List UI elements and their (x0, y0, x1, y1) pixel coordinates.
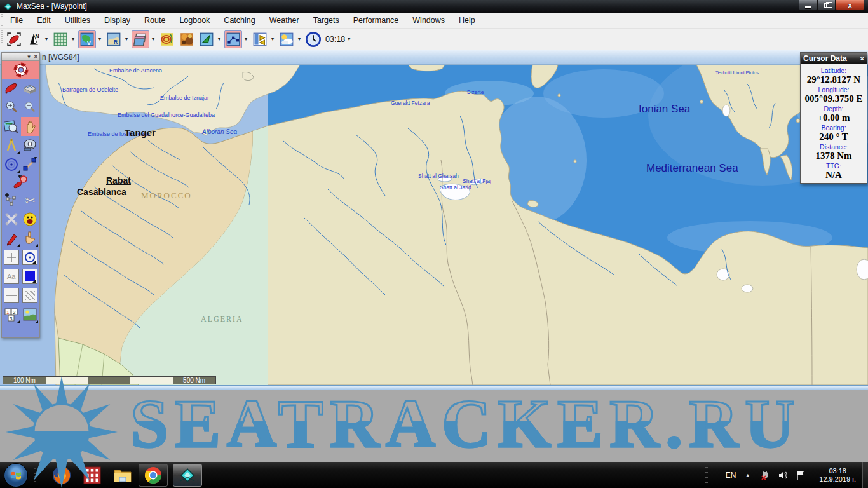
menu-logbook[interactable]: Logbook (172, 13, 217, 27)
raster-chart-button[interactable]: R (105, 30, 123, 48)
bearing-value: 240 ° T (802, 132, 865, 142)
tool-finger-select[interactable] (21, 229, 40, 248)
contour-chart-button[interactable] (158, 30, 176, 48)
transfer-list-dropdown[interactable]: ▾ (269, 36, 276, 42)
satellite-photo-button[interactable] (178, 30, 196, 48)
map-window-titlebar[interactable]: n [WGS84] (0, 50, 868, 65)
restore-icon (824, 3, 829, 8)
menu-catching[interactable]: Catching (217, 13, 262, 27)
tool-color-swatch[interactable] (21, 267, 40, 286)
longitude-value: 005°09.3750 E (802, 93, 865, 104)
tool-pencil[interactable] (2, 229, 21, 248)
tool-zoom-in[interactable] (2, 98, 21, 117)
palette-close-icon[interactable]: × (34, 53, 37, 60)
window-title: MaxSea - [Waypoint] (17, 2, 87, 11)
tool-numbers[interactable]: 1 2 3 (2, 305, 21, 324)
tool-add-waypoint[interactable] (2, 174, 39, 191)
palette-menu-arrow[interactable]: ▾ (27, 53, 31, 60)
menu-route[interactable]: Route (137, 13, 172, 27)
taskbar-chrome[interactable] (139, 464, 168, 487)
palette-titlebar[interactable]: ▾ × (2, 53, 39, 61)
route-points-icon (22, 157, 37, 172)
tool-marker[interactable] (2, 79, 21, 98)
maxsea-app-icon (3, 2, 13, 11)
menu-display[interactable]: Display (97, 13, 137, 27)
tool-crosshair[interactable] (2, 248, 21, 267)
restore-button[interactable] (817, 0, 836, 11)
tool-bullseye[interactable] (2, 155, 21, 174)
clock-button[interactable] (304, 30, 322, 48)
action-center-flag-icon[interactable] (795, 470, 806, 481)
tool-circle-mark[interactable] (21, 248, 40, 267)
close-button[interactable]: x (836, 0, 864, 11)
menu-edit[interactable]: Edit (30, 13, 58, 27)
show-desktop-button[interactable] (862, 462, 868, 488)
vector-chart-dropdown[interactable]: ▾ (97, 36, 103, 42)
tool-zoom-out[interactable] (21, 98, 40, 117)
tool-smiley[interactable] (21, 210, 40, 229)
taskbar-maxsea[interactable] (173, 464, 202, 487)
route-tool-button[interactable] (224, 30, 242, 48)
minimize-button[interactable] (799, 0, 817, 11)
tool-options-arrow (35, 244, 38, 247)
tool-dividers[interactable] (2, 136, 21, 155)
cursor-data-close-icon[interactable]: × (860, 55, 864, 62)
vector-chart-button[interactable]: V (78, 30, 96, 48)
chart-stack-dropdown[interactable]: ▾ (150, 36, 156, 42)
contour-chart-icon (160, 32, 174, 46)
tool-pan-hand[interactable] (21, 117, 40, 136)
window-titlebar[interactable]: MaxSea - [Waypoint] x (0, 0, 868, 13)
weather-icon (280, 32, 294, 46)
toolbar-grip[interactable] (1, 30, 3, 47)
menu-help[interactable]: Help (452, 13, 482, 27)
raster-chart-dropdown[interactable]: ▾ (123, 36, 130, 42)
grid-dropdown[interactable]: ▾ (70, 36, 76, 42)
boat-vector-button[interactable] (198, 30, 215, 48)
life-ring-icon (13, 62, 29, 78)
tool-chart-table[interactable] (21, 79, 40, 98)
tool-tape-measure[interactable] (21, 136, 40, 155)
north-orientation-button[interactable]: N (25, 30, 43, 48)
transfer-list-button[interactable] (251, 30, 269, 48)
tool-man-overboard[interactable] (2, 61, 39, 79)
volume-icon[interactable] (777, 470, 789, 481)
chart-map[interactable]: Embalse de Aracena Barragem de Odeleite … (0, 65, 868, 385)
add-waypoint-icon (13, 175, 29, 190)
menu-file[interactable]: File (3, 13, 30, 27)
power-plug-icon[interactable] (759, 470, 771, 481)
satellite-photo-icon (180, 32, 194, 46)
boat-vector-dropdown[interactable]: ▾ (216, 36, 222, 42)
grid-button[interactable] (51, 30, 69, 48)
tool-line[interactable] (2, 286, 21, 305)
tool-hatch[interactable] (21, 286, 40, 305)
tray-clock[interactable]: 03:18 12.9.2019 г. (819, 467, 856, 484)
time-dropdown[interactable]: ▾ (346, 36, 352, 42)
route-tool-dropdown[interactable]: ▾ (243, 36, 249, 42)
tool-route-points[interactable] (21, 155, 40, 174)
tray-grip[interactable] (705, 467, 708, 484)
tool-zoom-chart[interactable] (2, 117, 21, 136)
tray-expand-arrow[interactable]: ▲ (745, 472, 750, 478)
menu-utilities[interactable]: Utilities (58, 13, 97, 27)
tool-scissors[interactable]: ✂ (21, 191, 40, 210)
line-tool-icon (6, 295, 17, 296)
grid-icon (53, 32, 67, 46)
language-indicator[interactable]: EN (726, 471, 736, 480)
weather-dropdown[interactable]: ▾ (296, 36, 302, 42)
tool-text[interactable]: Aa (2, 267, 21, 286)
menu-targets[interactable]: Targets (306, 13, 346, 27)
tool-palette: ▾ × (1, 52, 40, 338)
menu-weather[interactable]: Weather (262, 13, 306, 27)
weather-button[interactable] (278, 30, 295, 48)
waypoint-tool-button[interactable] (5, 30, 23, 48)
menu-performance[interactable]: Performance (346, 13, 406, 27)
tool-delete-bones[interactable] (2, 210, 21, 229)
hatch-pattern-icon (25, 291, 35, 300)
chart-stack-button[interactable] (132, 30, 149, 48)
tool-polygon-area[interactable] (2, 191, 21, 210)
tool-picture[interactable] (21, 305, 40, 324)
north-dropdown[interactable]: ▾ (43, 36, 50, 42)
svg-text:3: 3 (10, 316, 13, 322)
menu-windows[interactable]: Windows (405, 13, 452, 27)
chart-table-icon (22, 81, 37, 96)
